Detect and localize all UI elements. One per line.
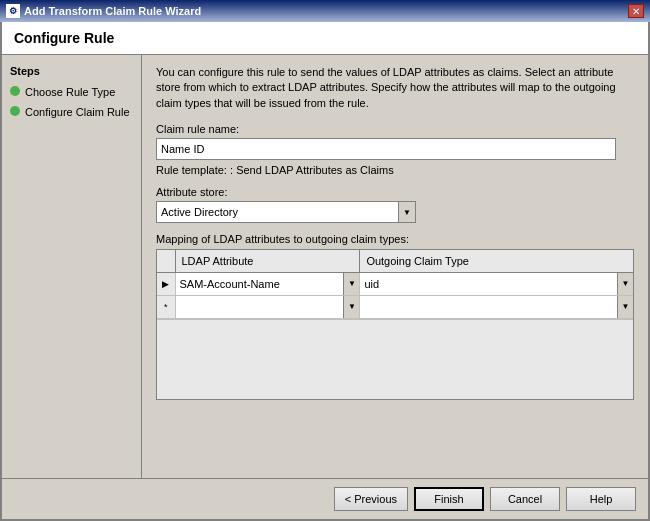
step-label-2: Configure Claim Rule xyxy=(25,105,130,119)
new-outgoing-arrow-icon: ▼ xyxy=(617,296,633,318)
ldap-attribute-select-wrapper: SAM-Account-Name E-Mail-Addresses Given-… xyxy=(176,273,360,295)
main-panel: You can configure this rule to send the … xyxy=(142,55,648,478)
cancel-button[interactable]: Cancel xyxy=(490,487,560,511)
step-label-1: Choose Rule Type xyxy=(25,85,115,99)
claim-rule-name-label: Claim rule name: xyxy=(156,123,634,135)
ldap-attribute-cell: SAM-Account-Name E-Mail-Addresses Given-… xyxy=(175,272,360,295)
attribute-store-label: Attribute store: xyxy=(156,186,634,198)
outgoing-claim-type-input[interactable] xyxy=(360,273,617,295)
outgoing-claim-arrow-icon: ▼ xyxy=(617,273,633,295)
steps-panel: Steps Choose Rule Type Configure Claim R… xyxy=(2,55,142,478)
steps-title: Steps xyxy=(10,65,133,77)
mapping-table: LDAP Attribute Outgoing Claim Type ▶ SAM xyxy=(157,250,633,319)
wizard-icon: ⚙ xyxy=(6,4,20,18)
header-ldap-attribute: LDAP Attribute xyxy=(175,250,360,272)
new-ldap-select-wrapper: SAM-Account-Name E-Mail-Addresses ▼ xyxy=(176,296,360,318)
new-row-indicator: * xyxy=(157,295,175,318)
step-dot-1 xyxy=(10,86,20,96)
dialog: Configure Rule Steps Choose Rule Type Co… xyxy=(0,22,650,521)
title-bar: ⚙ Add Transform Claim Rule Wizard ✕ xyxy=(0,0,650,22)
header-indicator xyxy=(157,250,175,272)
close-button[interactable]: ✕ xyxy=(628,4,644,18)
claim-rule-name-input[interactable] xyxy=(156,138,616,160)
step-dot-2 xyxy=(10,106,20,116)
rule-template-value: Send LDAP Attributes as Claims xyxy=(236,164,394,176)
new-ldap-select[interactable]: SAM-Account-Name E-Mail-Addresses xyxy=(176,296,360,318)
dialog-header: Configure Rule xyxy=(2,22,648,55)
new-row-outgoing-cell: ▼ xyxy=(360,295,633,318)
previous-button[interactable]: < Previous xyxy=(334,487,408,511)
row-indicator: ▶ xyxy=(157,272,175,295)
attribute-store-wrapper: Active Directory ▼ xyxy=(156,201,416,223)
table-header-row: LDAP Attribute Outgoing Claim Type xyxy=(157,250,633,272)
mapping-label: Mapping of LDAP attributes to outgoing c… xyxy=(156,233,634,245)
dialog-content: Steps Choose Rule Type Configure Claim R… xyxy=(2,55,648,478)
mapping-empty-area xyxy=(157,319,633,399)
mapping-table-container: LDAP Attribute Outgoing Claim Type ▶ SAM xyxy=(156,249,634,400)
help-button[interactable]: Help xyxy=(566,487,636,511)
rule-template-label: Rule template: xyxy=(156,164,227,176)
dialog-footer: < Previous Finish Cancel Help xyxy=(2,478,648,519)
new-row: * SAM-Account-Name E-Mail-Addresses ▼ xyxy=(157,295,633,318)
attribute-store-select[interactable]: Active Directory xyxy=(156,201,416,223)
ldap-attribute-select[interactable]: SAM-Account-Name E-Mail-Addresses Given-… xyxy=(176,273,360,295)
outgoing-claim-type-cell: ▼ xyxy=(360,272,633,295)
new-row-ldap-cell: SAM-Account-Name E-Mail-Addresses ▼ xyxy=(175,295,360,318)
description-text: You can configure this rule to send the … xyxy=(156,65,634,111)
new-outgoing-claim-input[interactable] xyxy=(360,296,617,318)
title-bar-text: Add Transform Claim Rule Wizard xyxy=(24,5,201,17)
rule-template-text: Rule template: : Send LDAP Attributes as… xyxy=(156,164,634,176)
sidebar-item-choose-rule-type[interactable]: Choose Rule Type xyxy=(10,85,133,99)
sidebar-item-configure-claim-rule[interactable]: Configure Claim Rule xyxy=(10,105,133,119)
header-outgoing-claim-type: Outgoing Claim Type xyxy=(360,250,633,272)
page-title: Configure Rule xyxy=(14,30,636,46)
table-row: ▶ SAM-Account-Name E-Mail-Addresses Give… xyxy=(157,272,633,295)
finish-button[interactable]: Finish xyxy=(414,487,484,511)
title-bar-left: ⚙ Add Transform Claim Rule Wizard xyxy=(6,4,201,18)
